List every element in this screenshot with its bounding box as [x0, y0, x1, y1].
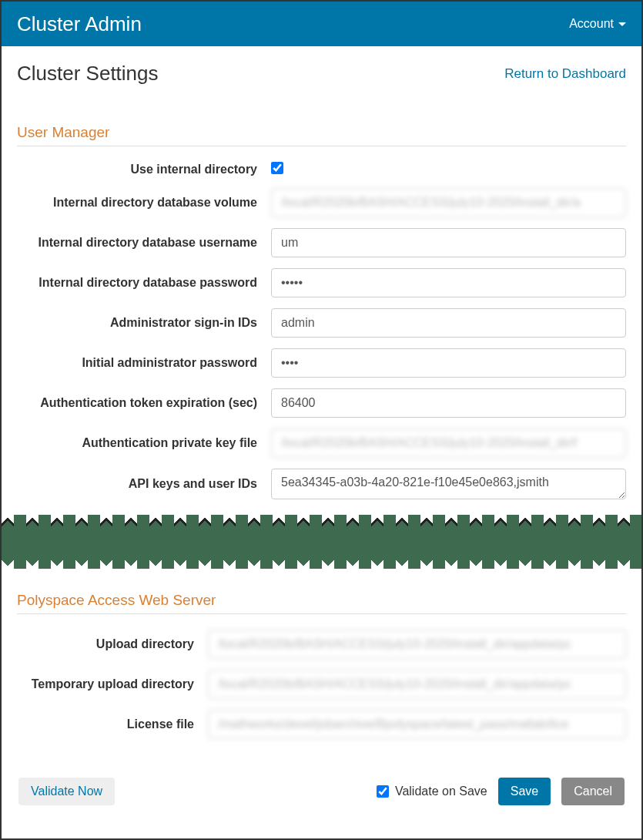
use-internal-directory-label: Use internal directory [17, 163, 271, 176]
priv-key-input[interactable] [271, 428, 626, 458]
license-file-input[interactable] [208, 710, 626, 739]
app-brand[interactable]: Cluster Admin [17, 12, 142, 36]
footer: Validate Now Validate on Save Save Cance… [17, 778, 626, 821]
license-file-label: License file [17, 717, 208, 731]
page-title: Cluster Settings [17, 62, 159, 86]
section-title-user-manager: User Manager [17, 124, 626, 146]
priv-key-label: Authentication private key file [17, 436, 271, 450]
save-button[interactable]: Save [498, 778, 551, 805]
token-exp-input[interactable] [271, 388, 626, 418]
return-dashboard-link[interactable]: Return to Dashboard [504, 66, 626, 82]
account-label: Account [569, 17, 614, 31]
upload-dir-label: Upload directory [17, 637, 208, 651]
upload-dir-input[interactable] [208, 630, 626, 659]
db-username-input[interactable] [271, 228, 626, 257]
api-keys-input[interactable]: 5ea34345-a03b-4a20-821e-f10e45e0e863,jsm… [271, 469, 626, 499]
init-admin-pw-label: Initial administrator password [17, 356, 271, 370]
validate-on-save-wrapper[interactable]: Validate on Save [377, 785, 487, 798]
account-menu[interactable]: Account [569, 17, 626, 31]
db-password-input[interactable] [271, 268, 626, 297]
caret-down-icon [618, 22, 626, 26]
cancel-button[interactable]: Cancel [561, 778, 625, 805]
admin-ids-input[interactable] [271, 308, 626, 338]
user-manager-section: User Manager Use internal directory Inte… [17, 124, 626, 499]
page-header: Cluster Settings Return to Dashboard [17, 62, 626, 86]
token-exp-label: Authentication token expiration (sec) [17, 396, 271, 410]
validate-on-save-checkbox[interactable] [377, 785, 389, 798]
api-keys-label: API keys and user IDs [17, 477, 271, 491]
admin-ids-label: Administrator sign-in IDs [17, 316, 271, 330]
init-admin-pw-input[interactable] [271, 348, 626, 378]
temp-upload-label: Temporary upload directory [17, 677, 208, 691]
content-separator [2, 515, 641, 569]
temp-upload-input[interactable] [208, 670, 626, 699]
section-title-web-server: Polyspace Access Web Server [17, 592, 626, 614]
web-server-section: Polyspace Access Web Server Upload direc… [17, 592, 626, 739]
use-internal-directory-checkbox[interactable] [271, 162, 283, 174]
db-volume-label: Internal directory database volume [17, 196, 271, 210]
db-username-label: Internal directory database username [17, 236, 271, 250]
navbar: Cluster Admin Account [2, 2, 641, 46]
db-volume-input[interactable] [271, 188, 626, 217]
validate-on-save-label: Validate on Save [395, 785, 487, 798]
validate-now-button[interactable]: Validate Now [18, 778, 115, 805]
db-password-label: Internal directory database password [17, 276, 271, 290]
